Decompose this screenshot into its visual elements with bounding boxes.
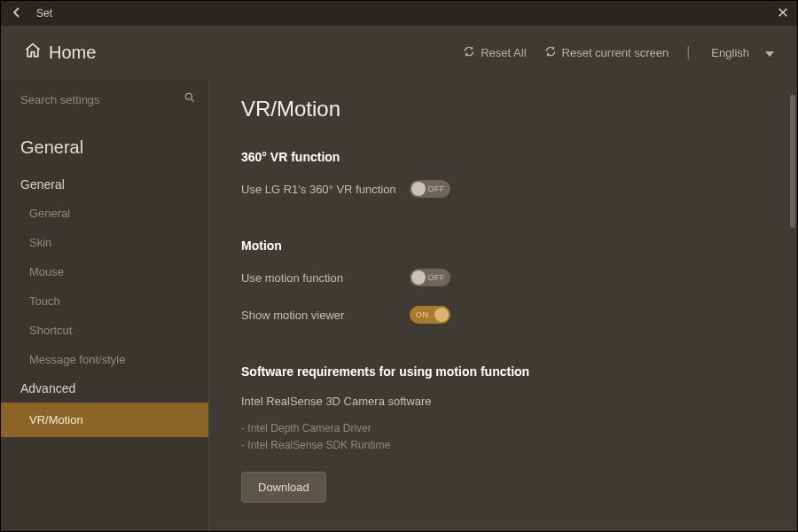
sidebar-group-general[interactable]: General: [1, 170, 208, 199]
reset-screen-label: Reset current screen: [562, 46, 669, 59]
row-use-vr: Use LG R1's 360° VR function OFF: [241, 180, 776, 198]
toggle-use-vr[interactable]: OFF: [410, 180, 450, 198]
reset-all-label: Reset All: [481, 46, 526, 59]
sidebar-group-advanced[interactable]: Advanced: [1, 374, 208, 403]
page-title: VR/Motion: [241, 97, 776, 121]
sidebar-item-mouse[interactable]: Mouse: [1, 257, 208, 286]
search-field[interactable]: [20, 91, 196, 107]
section-req-title: Software requirements for using motion f…: [241, 364, 776, 379]
row-use-motion: Use motion function OFF: [241, 269, 776, 286]
req-desc: Intel RealSense 3D Camera software: [241, 395, 776, 408]
sidebar-item-touch[interactable]: Touch: [1, 286, 208, 316]
sidebar: General General General Skin Mouse Touch…: [1, 79, 208, 531]
window-title: Set: [36, 7, 52, 20]
toggle-knob: [411, 182, 426, 196]
back-icon[interactable]: [10, 5, 24, 22]
req-list: - Intel Depth Camera Driver - Intel Real…: [241, 420, 776, 454]
sidebar-item-vrmotion[interactable]: VR/Motion: [1, 403, 208, 437]
home-button[interactable]: Home: [24, 42, 96, 64]
reset-all-button[interactable]: Reset All: [463, 45, 526, 60]
toggle-text: OFF: [428, 273, 446, 282]
label-show-viewer: Show motion viewer: [241, 309, 410, 322]
reset-screen-button[interactable]: Reset current screen: [544, 45, 669, 60]
toggle-use-motion[interactable]: OFF: [410, 269, 450, 286]
search-icon[interactable]: [184, 91, 196, 107]
language-select[interactable]: English: [711, 46, 774, 59]
titlebar: Set: [1, 1, 797, 26]
sidebar-category-general: General: [1, 129, 208, 170]
toggle-show-viewer[interactable]: ON: [410, 306, 450, 324]
header-divider: |: [686, 44, 690, 60]
header: Home Reset All Reset current screen | En…: [1, 26, 797, 79]
label-use-vr: Use LG R1's 360° VR function: [241, 183, 410, 196]
toggle-knob: [434, 308, 449, 322]
section-motion-title: Motion: [241, 239, 776, 253]
sidebar-item-msgfont[interactable]: Message font/style: [1, 345, 208, 374]
content-pane: VR/Motion 360° VR function Use LG R1's 3…: [208, 79, 797, 531]
sidebar-item-shortcut[interactable]: Shortcut: [1, 316, 208, 345]
toggle-text: ON: [416, 310, 429, 319]
language-label: English: [711, 46, 749, 59]
row-show-viewer: Show motion viewer ON: [241, 306, 776, 324]
toggle-text: OFF: [428, 184, 446, 193]
label-use-motion: Use motion function: [241, 271, 410, 285]
chevron-down-icon: [765, 46, 774, 59]
req-item: - Intel RealSense SDK Runtime: [241, 437, 776, 454]
home-label: Home: [49, 43, 96, 63]
close-icon[interactable]: [771, 6, 788, 20]
search-input[interactable]: [20, 93, 184, 106]
sidebar-item-general[interactable]: General: [1, 199, 208, 228]
scrollbar-thumb[interactable]: [790, 95, 795, 228]
req-item: - Intel Depth Camera Driver: [241, 420, 776, 437]
svg-point-0: [185, 93, 192, 99]
refresh-icon: [463, 45, 475, 60]
section-vr-title: 360° VR function: [241, 150, 776, 164]
refresh-icon: [544, 45, 557, 60]
settings-window: Set Home Reset All Reset current screen …: [0, 0, 798, 532]
download-button[interactable]: Download: [241, 472, 326, 503]
sidebar-item-skin[interactable]: Skin: [1, 228, 208, 257]
home-icon: [24, 42, 42, 64]
toggle-knob: [411, 270, 426, 285]
